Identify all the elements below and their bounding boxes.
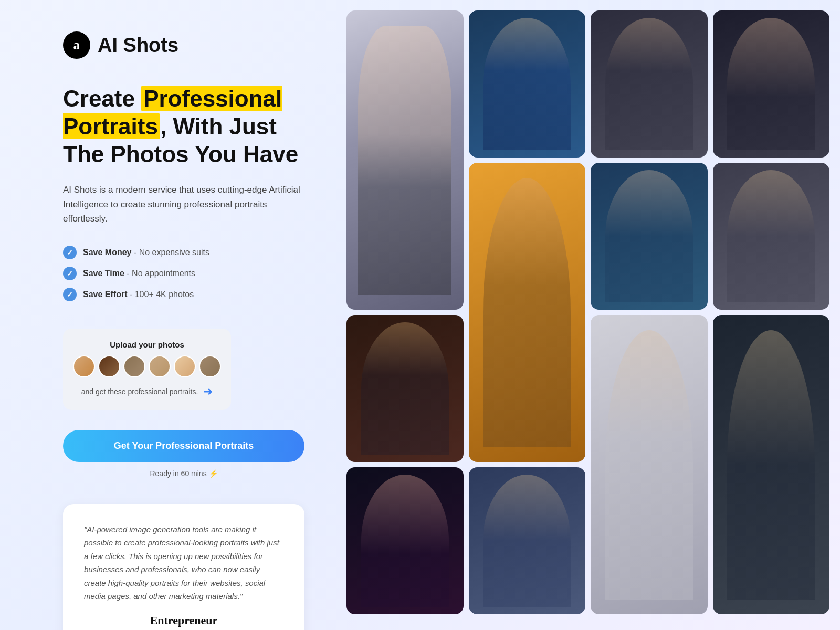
left-panel: a AI Shots Create Professional Portraits… <box>0 0 341 630</box>
photo-card-6 <box>469 163 586 462</box>
subtitle: AI Shots is a modern service that uses c… <box>63 183 304 226</box>
photo-card-3 <box>591 10 708 158</box>
testimonial-quote: "AI-powered image generation tools are m… <box>84 523 284 603</box>
avatar-6 <box>199 355 221 377</box>
logo-name: AI Shots <box>98 34 178 57</box>
features-list: Save Money - No expensive suits Save Tim… <box>63 246 304 309</box>
upload-title: Upload your photos <box>78 340 216 349</box>
photo-card-8 <box>591 163 708 310</box>
photo-card-10 <box>469 467 586 614</box>
avatar-1 <box>73 355 95 377</box>
photo-grid <box>341 0 840 630</box>
photo-card-5 <box>346 315 464 462</box>
feature-item-3: Save Effort - 100+ 4K photos <box>63 288 304 301</box>
avatar-row <box>78 355 216 377</box>
upload-subtitle: and get these professional portraits. <box>81 387 198 396</box>
feature-item-2: Save Time - No appointments <box>63 267 304 280</box>
headline-prefix: Create <box>63 86 141 111</box>
feature-item-1: Save Money - No expensive suits <box>63 246 304 259</box>
photo-card-4 <box>713 10 830 158</box>
arrow-icon: ➜ <box>203 385 213 398</box>
avatar-4 <box>149 355 171 377</box>
avatar-5 <box>174 355 196 377</box>
photo-card-11 <box>591 315 708 614</box>
cta-button[interactable]: Get Your Professional Portraits <box>63 430 304 462</box>
logo-icon: a <box>63 32 90 59</box>
headline: Create Professional Portraits, With Just… <box>63 85 304 168</box>
testimonial-box: "AI-powered image generation tools are m… <box>63 504 304 630</box>
photo-card-2 <box>469 10 586 158</box>
feature-label-3: Save Effort - 100+ 4K photos <box>83 290 194 299</box>
check-icon-2 <box>63 267 77 280</box>
check-icon-1 <box>63 246 77 259</box>
feature-label-1: Save Money - No expensive suits <box>83 248 209 257</box>
upload-box: Upload your photos and get these profess… <box>63 329 231 410</box>
ready-text: Ready in 60 mins ⚡ <box>63 469 304 478</box>
avatar-2 <box>98 355 120 377</box>
testimonial-source: Entrepreneur <box>84 614 284 627</box>
arrow-row: and get these professional portraits. ➜ <box>78 385 216 398</box>
photo-card-7 <box>713 163 830 310</box>
avatar-3 <box>123 355 145 377</box>
check-icon-3 <box>63 288 77 301</box>
feature-label-2: Save Time - No appointments <box>83 269 195 278</box>
photo-card-1 <box>346 10 464 310</box>
logo-row: a AI Shots <box>63 32 304 59</box>
photo-card-9 <box>346 467 464 614</box>
photo-card-12 <box>713 315 830 614</box>
logo-symbol: a <box>74 37 80 53</box>
